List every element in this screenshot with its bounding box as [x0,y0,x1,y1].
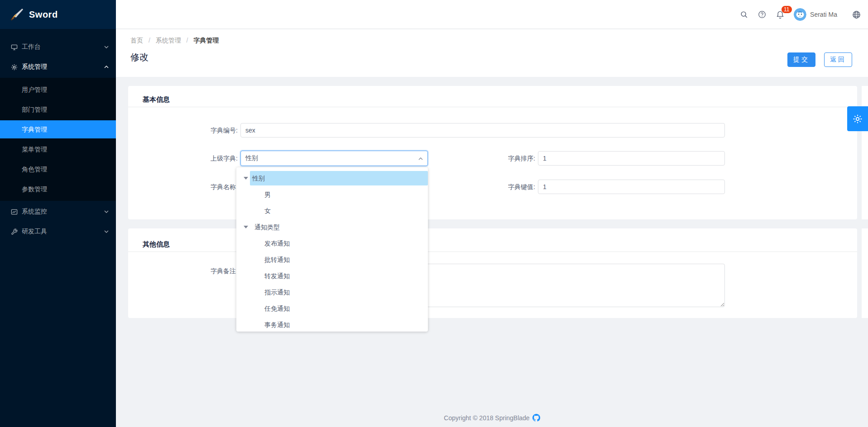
sidebar-item-label: 工作台 [22,43,41,51]
search-icon[interactable] [735,0,753,29]
sidebar-item-param-management[interactable]: 参数管理 [0,180,116,198]
wrench-icon [11,228,18,235]
desktop-icon [11,44,18,51]
caret-down-icon[interactable] [244,177,248,180]
sword-icon [10,8,24,21]
chevron-down-icon [104,46,109,48]
dict-sort-label: 字典排序: [426,151,535,166]
question-circle-icon[interactable] [753,0,771,29]
sidebar-item-menu-management[interactable]: 菜单管理 [0,140,116,158]
submit-button[interactable]: 提交 [787,52,815,67]
gear-icon [853,114,863,124]
sidebar: Sword 工作台 系统管理 [0,0,116,427]
topbar-actions: 11 Serati Ma [735,0,865,29]
settings-drawer-button[interactable] [847,106,868,131]
sidebar-item-workbench[interactable]: 工作台 [0,38,116,56]
parent-dict-select[interactable]: 性别 [240,151,428,166]
chevron-down-icon [104,210,109,213]
bell-icon[interactable]: 11 [771,0,789,29]
sidebar-menu: 工作台 系统管理 用户管理 部门管理 字典管理 菜单管理 角色管理 参数 [0,29,116,241]
back-button[interactable]: 返回 [824,52,852,67]
sidebar-item-role-management[interactable]: 角色管理 [0,160,116,178]
notification-badge: 11 [781,5,792,14]
dict-remark-label: 字典备注: [128,264,238,278]
card-title: 基本信息 [143,92,170,107]
page-footer: Copyright © 2018 SpringBlade [116,414,868,422]
dict-sort-input[interactable] [538,151,725,166]
breadcrumb-home[interactable]: 首页 [130,37,143,44]
parent-dict-dropdown: 性别 男 女 通知类型 发布通知 批转通知 转发通知 指示通知 任免通知 事务通… [236,167,428,332]
dict-code-input[interactable] [240,123,725,138]
sidebar-item-label: 研发工具 [22,228,47,236]
user-name[interactable]: Serati Ma [810,11,837,18]
sidebar-item-system-monitor[interactable]: 系统监控 [0,203,116,221]
tree-item-appoint-notice[interactable]: 任免通知 [236,300,428,317]
tree-item-instruct-notice[interactable]: 指示通知 [236,284,428,300]
tree-item-approve-notice[interactable]: 批转通知 [236,251,428,268]
divider [128,107,857,107]
dict-code-label: 字典编号: [128,123,238,138]
dict-name-label: 字典名称: [128,180,238,194]
tree-item-sex[interactable]: 性别 [236,170,428,186]
app-title: Sword [29,9,58,20]
breadcrumb-separator: / [187,37,188,44]
globe-icon[interactable] [847,0,865,29]
breadcrumb-current: 字典管理 [193,37,219,44]
sidebar-item-system-management[interactable]: 系统管理 [0,58,116,76]
scrollbar-track[interactable] [862,228,868,318]
sidebar-item-dev-tools[interactable]: 研发工具 [0,223,116,241]
tree-item-affair-notice[interactable]: 事务通知 [236,317,428,333]
sidebar-item-label: 系统管理 [22,63,47,71]
tree-item-forward-notice[interactable]: 转发通知 [236,268,428,284]
sidebar-submenu-system: 用户管理 部门管理 字典管理 菜单管理 角色管理 参数管理 [0,78,116,201]
sidebar-item-user-management[interactable]: 用户管理 [0,81,116,99]
copyright-text: Copyright © 2018 SpringBlade [444,414,529,422]
breadcrumb-system[interactable]: 系统管理 [156,37,181,44]
caret-down-icon[interactable] [244,226,248,228]
tree-item-notice-type[interactable]: 通知类型 [236,219,428,235]
sidebar-item-dict-management[interactable]: 字典管理 [0,120,116,138]
chart-icon [11,209,18,215]
card-title: 其他信息 [143,237,170,251]
chevron-down-icon [104,230,109,233]
parent-dict-select-value: 性别 [245,154,258,162]
tree-item-publish-notice[interactable]: 发布通知 [236,235,428,251]
breadcrumb: 首页 / 系统管理 / 字典管理 [130,37,219,45]
github-icon[interactable] [532,414,540,422]
avatar[interactable] [794,8,806,21]
breadcrumb-separator: / [149,37,150,44]
app-logo[interactable]: Sword [0,0,116,29]
chevron-up-icon [104,66,109,68]
parent-dict-label: 上级字典: [128,151,238,166]
sidebar-item-dept-management[interactable]: 部门管理 [0,100,116,119]
dict-key-input[interactable] [538,180,725,194]
sidebar-item-label: 系统监控 [22,208,47,216]
dict-key-label: 字典键值: [426,180,535,194]
chevron-up-icon [418,157,423,160]
page-title: 修改 [130,51,149,63]
tree-item-male[interactable]: 男 [236,186,428,203]
page-header: 首页 / 系统管理 / 字典管理 修改 提交 返回 [116,29,868,77]
tree-item-female[interactable]: 女 [236,203,428,219]
gear-icon [11,64,18,71]
